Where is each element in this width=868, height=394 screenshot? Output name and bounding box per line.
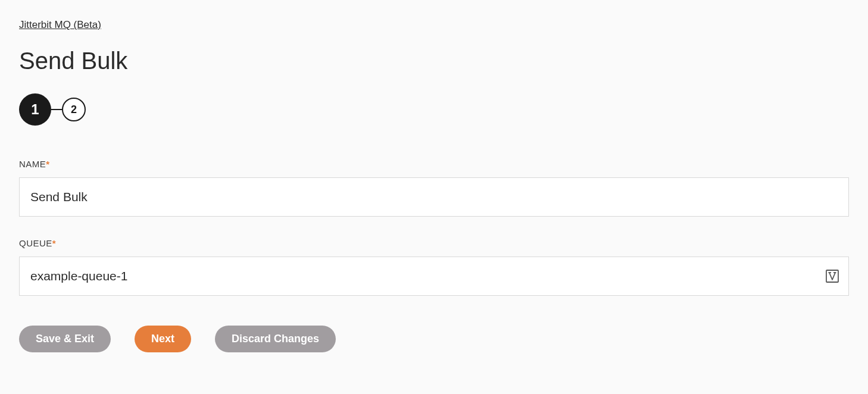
variable-icon[interactable] [825, 269, 839, 283]
name-input[interactable] [19, 177, 849, 217]
name-label-text: NAME [19, 159, 46, 169]
required-asterisk-icon: * [46, 159, 49, 169]
queue-input-wrapper [19, 257, 849, 296]
step-2-circle[interactable]: 2 [62, 98, 86, 121]
name-field-group: NAME* [19, 159, 849, 217]
queue-label: QUEUE* [19, 238, 849, 248]
queue-field-group: QUEUE* [19, 238, 849, 296]
breadcrumb-link[interactable]: Jitterbit MQ (Beta) [19, 19, 101, 31]
save-exit-button[interactable]: Save & Exit [19, 326, 111, 352]
svg-rect-0 [826, 270, 838, 282]
discard-changes-button[interactable]: Discard Changes [215, 326, 336, 352]
button-row: Save & Exit Next Discard Changes [19, 326, 849, 352]
step-indicator: 1 2 [19, 93, 849, 126]
page-title: Send Bulk [19, 48, 849, 74]
name-label: NAME* [19, 159, 849, 169]
queue-input[interactable] [19, 257, 849, 296]
next-button[interactable]: Next [135, 326, 191, 352]
step-connector [51, 109, 62, 110]
step-1-circle[interactable]: 1 [19, 93, 51, 126]
queue-label-text: QUEUE [19, 238, 52, 248]
required-asterisk-icon: * [52, 238, 56, 248]
